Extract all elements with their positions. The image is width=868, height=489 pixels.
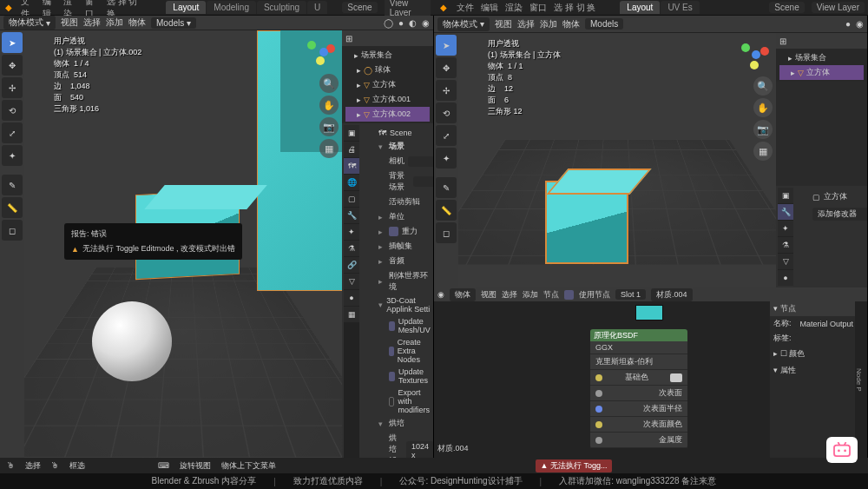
sidetab-nodep[interactable]: Node P — [855, 307, 863, 453]
persp-icon-r[interactable]: ▦ — [753, 142, 773, 161]
mesh-sphere[interactable] — [92, 301, 172, 381]
proptab-constraint[interactable]: 🔗 — [344, 257, 359, 273]
shading-wireframe-icon[interactable]: ◯ — [384, 18, 393, 28]
menu-selectwrap-r[interactable]: 选 择 切 换 — [554, 2, 595, 14]
tool-annotate-r[interactable]: ✎ — [436, 177, 457, 198]
node-add[interactable]: 添加 — [523, 289, 538, 301]
tool-move[interactable]: ✢ — [2, 77, 23, 98]
mode-dropdown[interactable]: 物体模式▾ — [3, 16, 56, 30]
outliner-cube[interactable]: ▸ ▽ 立方体 — [345, 77, 430, 92]
outliner-filter-icon[interactable]: ⊞ — [345, 34, 352, 43]
node-mat[interactable]: 材质.004 — [651, 288, 693, 301]
proptab-particle-r[interactable]: ✦ — [778, 221, 793, 236]
tool-select[interactable]: ➤ — [2, 32, 23, 53]
outliner-filter-icon-r[interactable]: ⊞ — [779, 36, 786, 46]
panel-audio[interactable]: 音频 — [389, 255, 404, 267]
proptab-render[interactable]: ▣ — [344, 125, 359, 141]
bgscene-picker[interactable] — [413, 176, 433, 187]
pan-icon[interactable]: ✋ — [319, 96, 339, 115]
panel-rbw[interactable]: 刚体世界环境 — [389, 270, 433, 293]
outliner-sphere[interactable]: ▸ ◯ 球体 — [345, 63, 430, 77]
node-props-panel[interactable]: 属性 — [780, 366, 796, 374]
proptab-render-r[interactable]: ▣ — [778, 188, 793, 203]
tool-rotate-r[interactable]: ⟲ — [436, 102, 457, 123]
viewlayer-dropdown-r[interactable]: View Layer — [812, 2, 865, 13]
node-color-panel[interactable]: 颜色 — [789, 349, 805, 358]
tool-rotate[interactable]: ⟲ — [2, 100, 23, 121]
gravity-check[interactable] — [389, 227, 398, 236]
panel-applink[interactable]: 3D-Coat Applink Setti — [386, 296, 433, 314]
models-dropdown[interactable]: Models▾ — [151, 17, 196, 29]
tool-transform[interactable]: ✦ — [2, 145, 23, 166]
proptab-object[interactable]: ▢ — [344, 191, 359, 207]
menu-file-r[interactable]: 文件 — [457, 2, 474, 14]
shading-solid-icon-r[interactable]: ● — [845, 19, 851, 29]
shading-solid-icon[interactable]: ● — [398, 18, 404, 28]
check-updmesh[interactable] — [389, 321, 395, 331]
hdr-object-r[interactable]: 物体 — [562, 18, 580, 30]
bilibili-button[interactable] — [826, 437, 858, 463]
menu-window-r[interactable]: 窗口 — [529, 2, 547, 14]
proptab-data-r[interactable]: ▽ — [778, 254, 793, 269]
shading-matprev-icon[interactable]: ◐ — [409, 18, 417, 28]
camera-icon[interactable]: 📷 — [319, 117, 339, 136]
node-editor-icon[interactable]: ◉ — [437, 290, 444, 299]
tool-move-r[interactable]: ✢ — [436, 80, 457, 101]
panel-units[interactable]: 单位 — [389, 211, 404, 222]
add-modifier-button[interactable]: 添加修改器 — [812, 208, 867, 221]
panel-keyset[interactable]: 插帧集 — [389, 241, 412, 252]
proptab-world[interactable]: 🌐 — [344, 175, 359, 190]
tool-scale-r[interactable]: ⤢ — [436, 125, 457, 146]
tool-select-r[interactable]: ➤ — [436, 35, 457, 56]
outliner-cube-r[interactable]: ▸ ▽ 立方体 — [779, 65, 864, 80]
proptab-physics-r[interactable]: ⚗ — [778, 237, 793, 253]
proptab-mod-r[interactable]: 🔧 — [778, 204, 793, 220]
proptab-texture[interactable]: ▦ — [344, 307, 359, 322]
nav-gizmo[interactable] — [304, 37, 335, 69]
node-node[interactable]: 节点 — [543, 289, 559, 301]
panel-bake[interactable]: 烘培 — [389, 418, 404, 429]
error-badge[interactable]: ▲ 无法执行 Togg... — [536, 459, 613, 472]
tab-modeling[interactable]: Modeling — [207, 1, 256, 14]
use-nodes-check[interactable] — [564, 290, 574, 300]
tab-uv[interactable]: U — [307, 1, 327, 14]
scene-dropdown-r[interactable]: Scene — [769, 2, 804, 13]
hdr-select-r[interactable]: 选择 — [517, 18, 535, 30]
blender-logo-icon[interactable]: ◆ — [437, 2, 450, 14]
tool-addcube-r[interactable]: ◻ — [436, 222, 457, 243]
tool-addcube[interactable]: ◻ — [2, 220, 23, 241]
outliner-cube2[interactable]: ▸ ▽ 立方体.002 — [345, 107, 430, 122]
outliner-cube1[interactable]: ▸ ▽ 立方体.001 — [345, 92, 430, 107]
proptab-physics[interactable]: ⚗ — [344, 241, 359, 256]
tool-cursor[interactable]: ✥ — [2, 55, 23, 76]
tab-sculpting[interactable]: Sculpting — [257, 1, 306, 14]
hdr-view-r[interactable]: 视图 — [495, 18, 512, 30]
proptab-material[interactable]: ● — [344, 290, 359, 306]
hdr-add[interactable]: 添加 — [106, 17, 123, 29]
tool-measure[interactable]: 📏 — [2, 197, 23, 218]
mode-dropdown-r[interactable]: 物体模式▾ — [437, 17, 490, 31]
menu-render-r[interactable]: 渲染 — [505, 2, 523, 14]
tab-uves-r[interactable]: UV Es — [661, 1, 699, 14]
check-exportmod[interactable] — [389, 397, 394, 406]
zoom-icon[interactable]: 🔍 — [319, 74, 339, 93]
proptab-data[interactable]: ▽ — [344, 274, 359, 289]
proptab-scene[interactable]: 🗺 — [344, 158, 359, 174]
persp-icon[interactable]: ▦ — [319, 139, 339, 158]
models-dropdown-r[interactable]: Models — [585, 18, 623, 30]
proptab-particle[interactable]: ✦ — [344, 224, 359, 240]
hdr-object[interactable]: 物体 — [128, 17, 146, 29]
nav-gizmo-r[interactable] — [738, 40, 769, 71]
tool-annotate[interactable]: ✎ — [2, 175, 23, 195]
shading-rendered-icon[interactable]: ◉ — [422, 18, 430, 28]
pan-icon-r[interactable]: ✋ — [753, 98, 773, 117]
hdr-view[interactable]: 视图 — [61, 17, 78, 29]
principled-bsdf-node[interactable]: 原理化BSDF GGX 克里斯坦森-伯利 基础色 次表面 次表面半径 次表面颜色… — [590, 329, 687, 448]
tool-cursor-r[interactable]: ✥ — [436, 57, 457, 78]
proptab-material-r[interactable]: ● — [778, 270, 793, 286]
node-name-field[interactable]: Material Output — [795, 319, 864, 329]
shading-rendered-icon-r[interactable]: ◉ — [856, 19, 864, 29]
tool-scale[interactable]: ⤢ — [2, 122, 23, 143]
node-slot[interactable]: Slot 1 — [615, 289, 646, 300]
check-updtex[interactable] — [389, 372, 395, 381]
